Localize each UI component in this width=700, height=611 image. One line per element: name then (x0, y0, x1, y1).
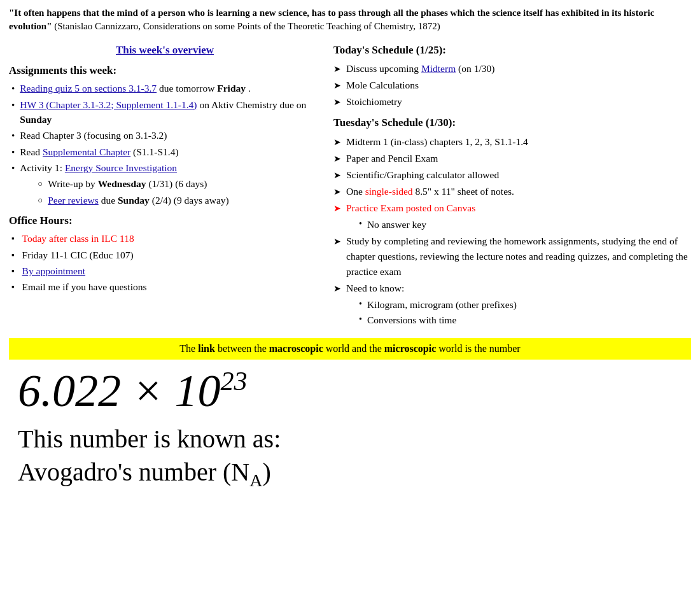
office-hours-list: Today after class in ILC 118 Friday 11-1… (11, 231, 321, 294)
practice-exam-subitems: No answer key (359, 217, 475, 232)
office-hours-text: Office Hours (9, 214, 69, 227)
office-list-item: Email me if you have questions (11, 279, 321, 294)
kilogram-text: Kilogram, microgram (other prefixes) (367, 297, 517, 313)
read-text: Read (20, 146, 43, 157)
list-item: Read Supplemental Chapter (S1.1-S1.4) (11, 144, 321, 160)
tuesday-schedule-heading: Tuesday's Schedule (1/30): (333, 115, 691, 131)
no-answer-key-text: No answer key (367, 217, 426, 232)
schedule-item-text: Paper and Pencil Exam (346, 151, 438, 166)
schedule-item-text: Practice Exam posted on Canvas No answer… (346, 200, 475, 232)
subscript-a: A (249, 470, 262, 490)
list-item-text: Read Supplemental Chapter (S1.1-S1.4) (20, 144, 178, 159)
activity-prefix: Activity 1: (20, 162, 65, 173)
schedule-item-text: Stoichiometry (346, 94, 402, 109)
schedule-item-text: Discuss upcoming Midterm (on 1/30) (346, 61, 494, 76)
schedule-item-practice-exam: Practice Exam posted on Canvas No answer… (333, 200, 691, 232)
practice-exam-text: Practice Exam posted on Canvas (346, 202, 475, 213)
tuesday-schedule-list: Midterm 1 (in-class) chapters 1, 2, 3, S… (333, 134, 691, 328)
known-as-line1: This number is known as: (18, 425, 281, 453)
hw3-link[interactable]: HW 3 (Chapter 3.1-3.2; Supplement 1.1-1.… (20, 99, 197, 110)
by-appointment-link[interactable]: By appointment (22, 265, 85, 276)
hw3-text: on Aktiv Chemistry due on (199, 99, 306, 110)
today-schedule-heading: Today's Schedule (1/25): (333, 42, 691, 59)
sublist-item: Peer reviews due Sunday (2/4) (9 days aw… (38, 193, 228, 207)
office-friday-text: Friday 11-1 CIC (Educ 107) (22, 248, 134, 262)
schedule-item: Study by completing and reviewing the ho… (333, 234, 691, 279)
supplemental-chapter-link[interactable]: Supplemental Chapter (43, 146, 130, 157)
peer-reviews-link[interactable]: Peer reviews (48, 195, 99, 206)
list-item: HW 3 (Chapter 3.1-3.2; Supplement 1.1-1.… (11, 97, 321, 127)
sublist-item: No answer key (359, 217, 475, 232)
sublist-item: Conversions with time (359, 313, 517, 328)
sublist-text: Peer reviews due Sunday (2/4) (9 days aw… (48, 193, 229, 207)
office-today-text: Today after class in ILC 118 (22, 231, 134, 246)
schedule-item: Midterm 1 (in-class) chapters 1, 2, 3, S… (333, 134, 691, 150)
list-item-text: HW 3 (Chapter 3.1-3.2; Supplement 1.1-1.… (20, 97, 321, 127)
office-hours-colon: : (69, 214, 73, 227)
week-overview-anchor[interactable]: This week's overview (116, 44, 214, 56)
schedule-item-text: Study by completing and reviewing the ho… (346, 234, 691, 279)
avogadro-base: 6.022 × 10 (18, 365, 221, 416)
s1-text: (S1.1-S1.4) (133, 146, 178, 157)
schedule-item: Paper and Pencil Exam (333, 151, 691, 166)
list-item-text: Reading quiz 5 on sections 3.1-3.7 due t… (20, 81, 251, 95)
avogadro-number: 6.022 × 1023 (18, 366, 682, 416)
list-item: Reading quiz 5 on sections 3.1-3.7 due t… (11, 81, 321, 96)
schedule-item: Discuss upcoming Midterm (on 1/30) (333, 61, 691, 76)
schedule-item: Scientific/Graphing calculator allowed (333, 167, 691, 183)
schedule-item: Stoichiometry (333, 94, 691, 109)
yellow-bar: The link between the macroscopic world a… (9, 338, 691, 360)
period: . (248, 83, 251, 94)
yellow-bar-text: The link between the macroscopic world a… (179, 343, 520, 354)
macroscopic-bold: macroscopic (269, 343, 323, 354)
left-column: This week's overview Assignments this we… (9, 42, 321, 329)
list-item-text: Read Chapter 3 (focusing on 3.1-3.2) (20, 128, 167, 143)
schedule-item: Mole Calculations (333, 78, 691, 93)
office-appt-text: By appointment (22, 263, 85, 278)
office-hours-heading: Office Hours: (9, 213, 321, 229)
schedule-item: One single-sided 8.5" x 11" sheet of not… (333, 184, 691, 199)
sunday-bold: Sunday (20, 114, 52, 125)
known-as-line2: Avogadro's number (NA) (18, 458, 271, 486)
office-email-text: Email me if you have questions (22, 279, 147, 294)
microscopic-bold: microscopic (384, 343, 436, 354)
week-overview-link[interactable]: This week's overview (9, 42, 321, 59)
link-bold: link (198, 343, 215, 354)
avogadro-section: 6.022 × 1023 This number is known as: Av… (9, 366, 691, 493)
schedule-item-text: Midterm 1 (in-class) chapters 1, 2, 3, S… (346, 134, 528, 150)
known-as-text: This number is known as: Avogadro's numb… (18, 423, 682, 492)
due-text: due tomorrow (159, 83, 217, 94)
energy-source-link[interactable]: Energy Source Investigation (65, 162, 177, 173)
schedule-item-text: Scientific/Graphing calculator allowed (346, 167, 499, 183)
list-item: Read Chapter 3 (focusing on 3.1-3.2) (11, 128, 321, 143)
assignments-list: Reading quiz 5 on sections 3.1-3.7 due t… (11, 81, 321, 209)
two-column-layout: This week's overview Assignments this we… (9, 42, 691, 329)
sublist-item: Kilogram, microgram (other prefixes) (359, 297, 517, 313)
list-item-text: Activity 1: Energy Source Investigation … (20, 160, 228, 209)
quote-normal-text: (Stanislao Cannizzaro, Considerations on… (54, 21, 440, 31)
friday-bold: Friday (217, 83, 246, 94)
conversions-time-text: Conversions with time (367, 313, 456, 328)
need-to-know-subitems: Kilogram, microgram (other prefixes) Con… (359, 297, 517, 328)
schedule-item: Need to know: Kilogram, microgram (other… (333, 281, 691, 328)
schedule-item-text: Mole Calculations (346, 78, 419, 93)
schedule-item-text: One single-sided 8.5" x 11" sheet of not… (346, 184, 514, 199)
single-sided-text: single-sided (365, 186, 413, 197)
right-column: Today's Schedule (1/25): Discuss upcomin… (333, 42, 691, 329)
midterm-link[interactable]: Midterm (421, 63, 456, 74)
quote-block: "It often happens that the mind of a per… (9, 6, 691, 33)
schedule-item-text: Need to know: Kilogram, microgram (other… (346, 281, 517, 328)
sublist-item: Write-up by Wednesday (1/31) (6 days) (38, 176, 228, 191)
office-list-item: By appointment (11, 263, 321, 278)
today-schedule-list: Discuss upcoming Midterm (on 1/30) Mole … (333, 61, 691, 109)
avogadro-exponent: 23 (221, 367, 248, 396)
reading-quiz-link[interactable]: Reading quiz 5 on sections 3.1-3.7 (20, 83, 157, 94)
sublist-text: Write-up by Wednesday (1/31) (6 days) (48, 176, 207, 191)
office-list-item: Friday 11-1 CIC (Educ 107) (11, 248, 321, 262)
activity-subitems: Write-up by Wednesday (1/31) (6 days) Pe… (38, 176, 228, 207)
office-list-item: Today after class in ILC 118 (11, 231, 321, 246)
assignments-heading: Assignments this week: (9, 62, 321, 79)
list-item: Activity 1: Energy Source Investigation … (11, 160, 321, 209)
